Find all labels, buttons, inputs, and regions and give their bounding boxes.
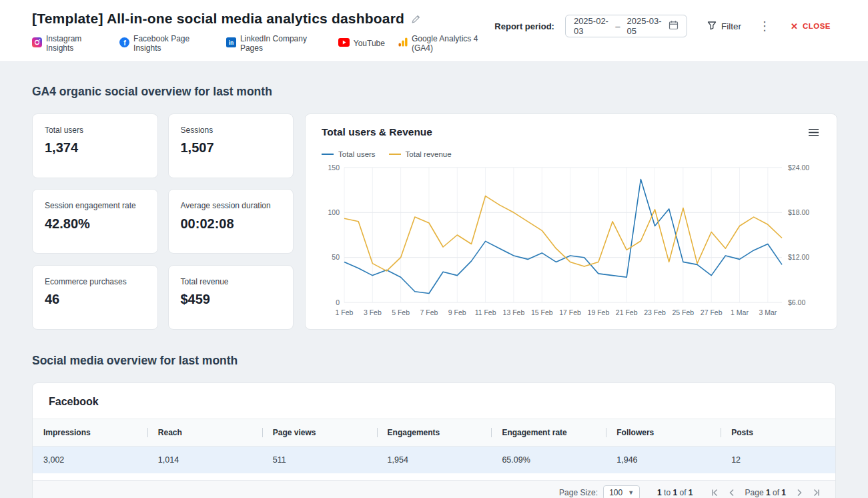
source-linkedin[interactable]: in LinkedIn Company Pages [226, 34, 325, 53]
cell-posts: 12 [721, 447, 835, 473]
svg-text:13 Feb: 13 Feb [503, 308, 525, 316]
svg-text:3 Mar: 3 Mar [759, 308, 777, 316]
metric-label: Average session duration [181, 200, 282, 212]
report-period-label: Report period: [494, 21, 554, 31]
svg-text:150: 150 [328, 164, 340, 172]
page-size-select[interactable]: 100 ▼ [603, 485, 640, 498]
close-label: CLOSE [803, 22, 831, 30]
legend-item-total-revenue[interactable]: Total revenue [389, 150, 452, 158]
youtube-icon [338, 37, 350, 49]
ga4-section-heading: GA4 organic social overview for last mon… [32, 85, 836, 99]
svg-text:$18.00: $18.00 [788, 208, 809, 216]
metric-label: Total revenue [181, 276, 282, 288]
svg-text:0: 0 [336, 298, 340, 306]
linkedin-icon: in [226, 37, 236, 50]
social-section-heading: Social media overview for last month [32, 354, 836, 368]
chart-title: Total users & Revenue [322, 126, 432, 138]
next-page-icon[interactable] [797, 489, 803, 497]
kebab-menu-icon[interactable]: ⋮ [756, 19, 773, 33]
column-header-posts[interactable]: Posts [721, 419, 835, 446]
facebook-overview-card: Facebook Impressions Reach Page views En… [32, 383, 836, 498]
last-page-icon[interactable] [812, 489, 821, 497]
metric-label: Ecommerce purchases [45, 276, 145, 288]
svg-text:7 Feb: 7 Feb [420, 308, 438, 316]
metric-card-total-revenue: Total revenue $459 [168, 265, 294, 330]
svg-text:9 Feb: 9 Feb [448, 308, 466, 316]
chevron-down-icon: ▼ [628, 489, 634, 496]
column-header-engagement-rate[interactable]: Engagement rate [491, 419, 606, 446]
svg-text:$12.00: $12.00 [788, 253, 809, 261]
source-ga4[interactable]: Google Analytics 4 (GA4) [398, 34, 494, 53]
metric-value: 1,374 [45, 140, 145, 156]
svg-text:25 Feb: 25 Feb [673, 308, 695, 316]
page-size-label: Page Size: [559, 488, 598, 497]
cell-page-views: 511 [262, 447, 377, 473]
calendar-icon [669, 20, 679, 32]
filter-funnel-icon [707, 21, 717, 32]
legend-label: Total revenue [406, 150, 452, 158]
date-to: 2025-03-05 [627, 16, 662, 36]
legend-swatch-total-revenue [389, 154, 401, 155]
svg-text:1 Mar: 1 Mar [731, 308, 749, 316]
source-label: Google Analytics 4 (GA4) [412, 34, 494, 53]
svg-text:19 Feb: 19 Feb [588, 308, 610, 316]
metric-value: 46 [45, 292, 145, 307]
legend-item-total-users[interactable]: Total users [322, 150, 376, 158]
legend-swatch-total-users [322, 154, 334, 155]
filter-label: Filter [721, 21, 741, 31]
users-revenue-line-chart: 1 Feb3 Feb5 Feb7 Feb9 Feb11 Feb13 Feb15 … [322, 162, 821, 320]
row-range-text: 1 to 1 of 1 [657, 488, 693, 497]
header-left: [Template] All-in-one social media analy… [32, 11, 494, 53]
users-revenue-chart-card: Total users & Revenue Total users Total … [305, 113, 837, 330]
metric-value: 1,507 [181, 140, 282, 156]
metric-card-ecommerce-purchases: Ecommerce purchases 46 [32, 265, 158, 330]
facebook-icon: f [119, 37, 129, 50]
date-from: 2025-02-03 [574, 16, 608, 36]
filter-button[interactable]: Filter [707, 21, 741, 32]
svg-text:3 Feb: 3 Feb [364, 308, 382, 316]
column-header-impressions[interactable]: Impressions [33, 419, 147, 446]
metric-value: 42.80% [45, 216, 145, 232]
svg-text:1 Feb: 1 Feb [336, 308, 354, 316]
svg-text:15 Feb: 15 Feb [531, 308, 553, 316]
source-badges: Instagram Insights f Facebook Page Insig… [32, 34, 494, 53]
source-facebook[interactable]: f Facebook Page Insights [119, 34, 213, 53]
page-indicator: Page 1 of 1 [745, 488, 786, 497]
svg-text:5 Feb: 5 Feb [392, 308, 410, 316]
source-youtube[interactable]: YouTube [338, 37, 385, 49]
svg-text:11 Feb: 11 Feb [475, 308, 496, 316]
column-header-engagements[interactable]: Engagements [377, 419, 492, 446]
chart-menu-icon[interactable] [807, 126, 821, 141]
source-label: Facebook Page Insights [133, 34, 213, 53]
svg-text:in: in [229, 39, 234, 46]
cell-followers: 1,946 [606, 447, 721, 473]
metric-value: 00:02:08 [181, 216, 282, 232]
cell-engagement-rate: 65.09% [491, 447, 606, 473]
page-title: [Template] All-in-one social media analy… [32, 11, 404, 27]
column-header-page-views[interactable]: Page views [262, 419, 377, 446]
source-label: LinkedIn Company Pages [240, 34, 325, 53]
date-range-input[interactable]: 2025-02-03 – 2025-03-05 [565, 15, 687, 37]
svg-text:23 Feb: 23 Feb [644, 308, 666, 316]
table-row[interactable]: 3,002 1,014 511 1,954 65.09% 1,946 12 [33, 447, 835, 473]
svg-text:$24.00: $24.00 [788, 164, 809, 172]
edit-title-icon[interactable] [411, 14, 421, 24]
column-header-followers[interactable]: Followers [606, 419, 721, 446]
metric-label: Sessions [181, 125, 282, 136]
header-controls: Report period: 2025-02-03 – 2025-03-05 F… [494, 15, 831, 37]
source-label: YouTube [354, 39, 385, 48]
metric-card-total-users: Total users 1,374 [32, 113, 158, 178]
column-header-reach[interactable]: Reach [147, 419, 262, 446]
first-page-icon[interactable] [711, 489, 719, 497]
metric-value: $459 [181, 292, 282, 307]
close-button[interactable]: ✕ CLOSE [791, 21, 831, 31]
metric-label: Total users [45, 125, 145, 136]
metric-card-engagement-rate: Session engagement rate 42.80% [32, 189, 158, 254]
facebook-table-header: Impressions Reach Page views Engagements… [33, 419, 835, 447]
svg-text:17 Feb: 17 Feb [559, 308, 581, 316]
previous-page-icon[interactable] [729, 489, 735, 497]
cell-impressions: 3,002 [33, 447, 147, 473]
source-instagram[interactable]: Instagram Insights [32, 34, 106, 53]
cell-reach: 1,014 [147, 447, 262, 473]
date-separator: – [615, 21, 620, 31]
